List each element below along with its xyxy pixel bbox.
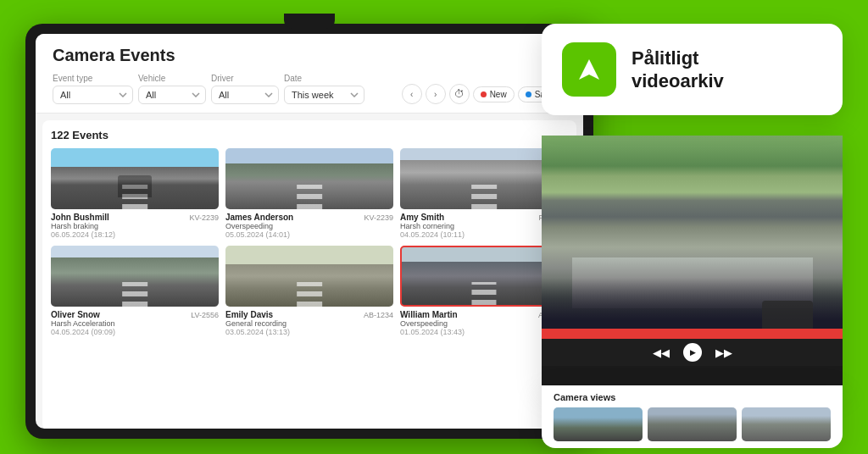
vehicle-label: Vehicle (138, 74, 206, 83)
event-type: General recording (225, 319, 393, 328)
camera-thumbs (554, 407, 831, 441)
event-type-label: Event type (53, 74, 133, 83)
play-icon: ▶ (690, 348, 696, 357)
event-driver-name: Emily Davis (225, 310, 273, 319)
progress-bar[interactable] (542, 329, 843, 334)
event-info: Oliver SnowLV-2556Harsh Acceleration04.0… (51, 310, 219, 336)
event-info: Emily DavisAB-1234General recording03.05… (225, 310, 393, 336)
video-controls: ◀◀ ▶ ▶▶ (542, 339, 843, 366)
event-vehicle-id: AB-1234 (364, 311, 393, 319)
event-info: James AndersonKV-2239Overspeeding05.05.2… (225, 213, 393, 239)
event-type: Harsh Acceleration (51, 319, 219, 328)
driver-filter: Driver All (211, 74, 279, 104)
event-card[interactable]: Oliver SnowLV-2556Harsh Acceleration04.0… (51, 246, 219, 336)
camera-thumb-3[interactable] (742, 407, 831, 441)
play-button[interactable]: ▶ (683, 343, 702, 362)
brand-icon (562, 42, 616, 97)
events-container: 122 Events John BushmillKV-2239Harsh bra… (42, 120, 576, 429)
brand-text: Pålitligt videoarkiv (632, 47, 724, 93)
event-driver-name: Oliver Snow (51, 310, 100, 319)
fast-forward-button[interactable]: ▶▶ (715, 346, 732, 359)
vehicle-filter: Vehicle All (138, 74, 206, 104)
prev-button[interactable]: ‹ (402, 84, 422, 104)
events-grid: John BushmillKV-2239Harsh braking06.05.2… (51, 148, 568, 336)
event-type: Overspeeding (225, 222, 393, 230)
camera-thumb-1[interactable] (554, 407, 643, 441)
driver-select[interactable]: All (211, 86, 279, 104)
tablet-frame: Camera Events Event type All Vehicle All… (25, 24, 593, 439)
event-type-select[interactable]: All (53, 86, 133, 104)
video-area: ◀◀ ▶ ▶▶ (542, 136, 843, 390)
brand-line1: Pålitligt (632, 47, 698, 69)
next-button[interactable]: › (426, 84, 446, 104)
event-driver-name: James Anderson (225, 213, 293, 222)
event-date: 05.05.2024 (14:01) (225, 230, 393, 239)
date-select[interactable]: This week (284, 86, 364, 104)
event-thumbnail (225, 246, 393, 307)
rewind-button[interactable]: ◀◀ (653, 346, 670, 359)
event-vehicle-id: LV-2556 (191, 311, 219, 319)
history-button[interactable]: ⏱ (449, 84, 470, 104)
new-legend[interactable]: New (473, 86, 515, 102)
branding-card: Pålitligt videoarkiv (542, 24, 843, 115)
event-date: 04.05.2024 (09:09) (51, 328, 219, 336)
driver-label: Driver (211, 74, 279, 83)
app-header: Camera Events Event type All Vehicle All… (36, 34, 583, 114)
new-label: New (490, 90, 507, 99)
event-driver-name: John Bushmill (51, 213, 109, 222)
event-thumbnail (225, 148, 393, 209)
svg-marker-0 (579, 59, 599, 80)
new-dot (481, 91, 487, 97)
camera-views-section: Camera views (542, 385, 843, 448)
event-type: Harsh braking (51, 222, 219, 230)
event-date: 06.05.2024 (18:12) (51, 230, 219, 239)
filters-row: Event type All Vehicle All Driver All (53, 74, 566, 104)
event-info: John BushmillKV-2239Harsh braking06.05.2… (51, 213, 219, 239)
camera-thumb-2[interactable] (648, 407, 737, 441)
vehicle-select[interactable]: All (138, 86, 206, 104)
event-card[interactable]: John BushmillKV-2239Harsh braking06.05.2… (51, 148, 219, 239)
event-card[interactable]: James AndersonKV-2239Overspeeding05.05.2… (225, 148, 393, 239)
event-vehicle-id: KV-2239 (364, 213, 393, 222)
event-type-filter: Event type All (53, 74, 133, 104)
date-filter: Date This week (284, 74, 364, 104)
event-thumbnail (51, 148, 219, 209)
video-preview (542, 136, 843, 339)
navigation-icon (576, 56, 603, 83)
date-label: Date (284, 74, 364, 83)
event-date: 03.05.2024 (13:13) (225, 328, 393, 336)
page-title: Camera Events (53, 46, 566, 65)
tablet-screen: Camera Events Event type All Vehicle All… (36, 34, 583, 429)
event-card[interactable]: Emily DavisAB-1234General recording03.05… (225, 246, 393, 336)
event-driver-name: Amy Smith (400, 213, 444, 222)
camera-views-title: Camera views (554, 392, 831, 402)
camera-notch (284, 14, 335, 29)
event-vehicle-id: KV-2239 (189, 213, 219, 222)
event-thumbnail (51, 246, 219, 307)
event-driver-name: William Martin (400, 310, 458, 319)
events-count: 122 Events (51, 129, 568, 141)
brand-line2: videoarkiv (632, 70, 724, 91)
saved-dot (526, 91, 531, 97)
